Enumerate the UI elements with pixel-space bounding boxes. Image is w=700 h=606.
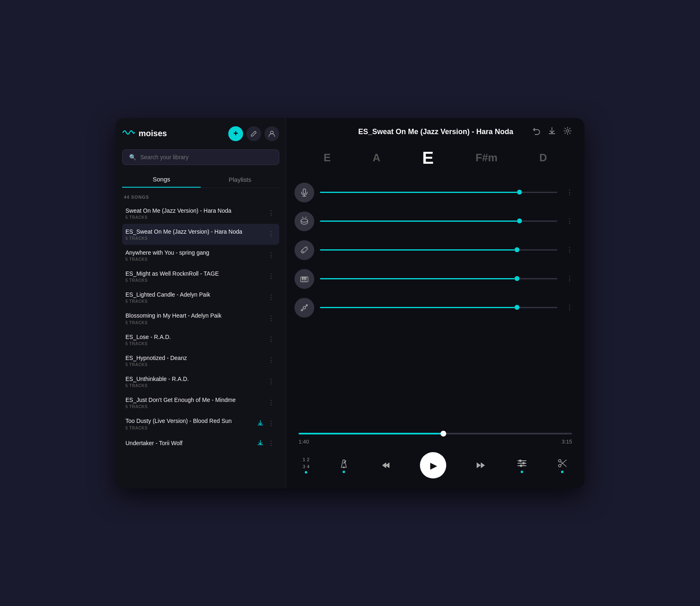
time-row: 1:40 3:15 xyxy=(299,439,572,445)
track-other-more[interactable]: ⋮ xyxy=(563,302,576,313)
song-tracks: 5 TRACKS xyxy=(125,341,266,346)
undo-button[interactable] xyxy=(532,126,541,137)
song-title: Anywhere with You - spring gang xyxy=(125,249,266,256)
song-info: ES_Lose - R.A.D. 5 TRACKS xyxy=(125,333,266,346)
song-item[interactable]: Too Dusty (Live Version) - Blood Red Sun… xyxy=(122,413,279,434)
song-info: Anywhere with You - spring gang 5 TRACKS xyxy=(125,249,266,262)
track-vocal-icon[interactable] xyxy=(294,183,314,202)
svg-point-27 xyxy=(519,460,522,462)
song-more-button[interactable]: ⋮ xyxy=(266,208,276,218)
song-item[interactable]: ES_Hypnotized - Deanz 5 TRACKS ⋮ xyxy=(122,350,279,371)
song-info: ES_Might as Well RocknRoll - TAGE 5 TRAC… xyxy=(125,270,266,283)
song-info: ES_Unthinkable - R.A.D. 5 TRACKS xyxy=(125,375,266,388)
track-slider-other[interactable] xyxy=(320,307,557,309)
song-item[interactable]: ES_Lighted Candle - Adelyn Paik 5 TRACKS… xyxy=(122,287,279,308)
track-guitar-more[interactable]: ⋮ xyxy=(563,244,576,255)
track-piano-more[interactable]: ⋮ xyxy=(563,273,576,284)
song-item[interactable]: Anywhere with You - spring gang 5 TRACKS… xyxy=(122,245,279,266)
song-item[interactable]: Blossoming in My Heart - Adelyn Paik 5 T… xyxy=(122,308,279,329)
chord-1: E xyxy=(324,151,331,164)
rewind-button[interactable] xyxy=(379,459,391,471)
song-title: Undertaker - Torii Wolf xyxy=(125,439,257,447)
song-more-button[interactable]: ⋮ xyxy=(266,377,276,387)
track-other-icon[interactable] xyxy=(294,298,314,318)
fastforward-icon xyxy=(475,459,487,471)
time-current: 1:40 xyxy=(299,439,309,445)
song-actions: ⋮ xyxy=(266,334,276,344)
add-button[interactable]: + xyxy=(228,126,243,141)
song-more-button[interactable]: ⋮ xyxy=(266,398,276,408)
song-list: Sweat On Me (Jazz Version) - Hara Noda 5… xyxy=(122,203,279,480)
song-more-button[interactable]: ⋮ xyxy=(266,355,276,365)
download-button[interactable] xyxy=(547,126,556,137)
numbers-button[interactable]: 12 34 xyxy=(303,457,309,474)
main-player: ES_Sweat On Me (Jazz Version) - Hara Nod… xyxy=(286,118,584,488)
track-guitar-icon[interactable] xyxy=(294,240,314,260)
song-item[interactable]: ES_Lose - R.A.D. 5 TRACKS ⋮ xyxy=(122,329,279,350)
tab-songs[interactable]: Songs xyxy=(122,172,201,188)
sidebar: moises + 🔍 xyxy=(116,118,286,488)
song-item[interactable]: ES_Might as Well RocknRoll - TAGE 5 TRAC… xyxy=(122,266,279,287)
song-item[interactable]: Sweat On Me (Jazz Version) - Hara Noda 5… xyxy=(122,203,279,224)
song-title: Sweat On Me (Jazz Version) - Hara Noda xyxy=(125,207,266,214)
chord-2: A xyxy=(373,151,380,164)
svg-rect-15 xyxy=(304,277,305,280)
song-more-button[interactable]: ⋮ xyxy=(266,334,276,344)
song-more-button[interactable]: ⋮ xyxy=(266,293,276,302)
song-more-button[interactable]: ⋮ xyxy=(266,250,276,260)
track-slider-piano[interactable] xyxy=(320,278,557,280)
track-slider-drums[interactable] xyxy=(320,221,557,222)
search-input[interactable] xyxy=(140,154,272,160)
metronome-button[interactable] xyxy=(338,457,350,473)
track-slider-guitar[interactable] xyxy=(320,249,557,251)
song-actions: ⋮ xyxy=(257,419,276,429)
progress-bar[interactable] xyxy=(299,433,572,434)
svg-point-29 xyxy=(520,464,522,467)
edit-button[interactable] xyxy=(246,126,261,141)
svg-rect-14 xyxy=(302,277,303,280)
mixer-button[interactable] xyxy=(516,457,528,473)
song-title: Too Dusty (Live Version) - Blood Red Sun xyxy=(125,417,257,425)
sidebar-actions: + xyxy=(228,126,279,141)
song-title: ES_Sweat On Me (Jazz Version) - Hara Nod… xyxy=(125,228,266,235)
song-actions: ⋮ xyxy=(266,272,276,281)
track-drums-icon[interactable] xyxy=(294,211,314,231)
tab-playlists[interactable]: Playlists xyxy=(201,172,279,188)
chord-3-active: E xyxy=(422,148,433,168)
song-more-button[interactable]: ⋮ xyxy=(266,419,276,429)
chord-bar: E A E F#m D xyxy=(286,144,584,176)
song-tracks: 5 TRACKS xyxy=(125,362,266,367)
song-item[interactable]: ES_Sweat On Me (Jazz Version) - Hara Nod… xyxy=(122,224,279,245)
song-item[interactable]: ES_Unthinkable - R.A.D. 5 TRACKS ⋮ xyxy=(122,371,279,392)
song-info: ES_Just Don't Get Enough of Me - Mindme … xyxy=(125,396,266,409)
song-tracks: 5 TRACKS xyxy=(125,236,266,241)
song-info: Sweat On Me (Jazz Version) - Hara Noda 5… xyxy=(125,207,266,220)
play-button[interactable] xyxy=(420,452,446,478)
search-bar[interactable]: 🔍 xyxy=(122,149,279,165)
song-more-button[interactable]: ⋮ xyxy=(266,272,276,281)
main-header: ES_Sweat On Me (Jazz Version) - Hara Nod… xyxy=(286,118,584,144)
song-more-button[interactable]: ⋮ xyxy=(266,313,276,323)
scissors-icon xyxy=(556,457,568,469)
song-item[interactable]: Undertaker - Torii Wolf ⋮ xyxy=(122,434,279,453)
svg-point-5 xyxy=(301,219,308,222)
song-actions: ⋮ xyxy=(266,250,276,260)
track-vocal-more[interactable]: ⋮ xyxy=(563,187,576,198)
controls-row: 12 34 xyxy=(286,448,584,488)
svg-rect-16 xyxy=(305,277,306,280)
search-icon: 🔍 xyxy=(129,154,136,160)
track-piano-icon[interactable] xyxy=(294,269,314,289)
logo-icon xyxy=(122,128,135,139)
song-item[interactable]: ES_Just Don't Get Enough of Me - Mindme … xyxy=(122,392,279,413)
profile-button[interactable] xyxy=(264,126,279,141)
track-slider-vocal[interactable] xyxy=(320,192,557,193)
song-more-button[interactable]: ⋮ xyxy=(266,229,276,239)
progress-section: 1:40 3:15 xyxy=(286,426,584,448)
settings-button[interactable] xyxy=(563,126,572,137)
scissors-button[interactable] xyxy=(556,457,568,473)
fastforward-button[interactable] xyxy=(475,459,487,471)
track-drums-more[interactable]: ⋮ xyxy=(563,216,576,227)
song-more-button[interactable]: ⋮ xyxy=(266,439,276,448)
song-tracks: 5 TRACKS xyxy=(125,320,266,325)
svg-line-7 xyxy=(306,217,306,218)
